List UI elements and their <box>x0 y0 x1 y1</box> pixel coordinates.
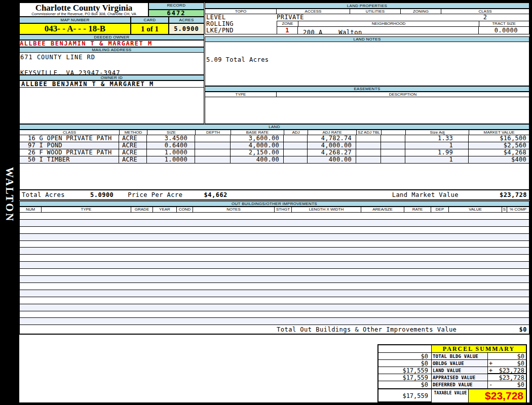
col-size: SIZE <box>147 130 196 135</box>
col-rate: RATE <box>404 207 431 212</box>
access-class-row: PRIVATE 2 <box>277 14 529 21</box>
col-utilities: UTILITIES <box>350 9 401 14</box>
col-base-rate: BASE RATE <box>231 130 284 135</box>
col-length-width: LENGTH X WIDTH <box>292 207 361 212</box>
address-line1: 671 COUNTY LINE RD <box>20 54 204 61</box>
neighborhood-sidebar-label: WALTON <box>3 167 16 222</box>
taxable-label: TAXABLE VALUE <box>432 389 469 402</box>
op <box>488 353 495 359</box>
county-header: Charlotte County Virginia Commissioner o… <box>19 3 148 17</box>
cell-base-rate: 400.00 <box>231 156 284 163</box>
value-cell: $23,728 <box>488 374 526 381</box>
cell-market-value: $4,268 <box>469 149 528 156</box>
neighborhood-name: Walton <box>338 29 362 36</box>
cell-method: ACRE <box>119 149 147 156</box>
card-value: 1 of 1 <box>131 23 169 34</box>
total-acres-label: Total Acres <box>22 191 65 198</box>
cell-market-value: $2,560 <box>469 142 528 149</box>
col-area-size: AREA/SZE <box>361 207 404 212</box>
parcel-summary-title-left <box>378 345 432 353</box>
out-buildings-header-row: NUM TYPE GRADE YEAR COND NOTES STHGT LEN… <box>19 207 529 213</box>
price-per-acre-label: Price Per Acre <box>128 191 182 198</box>
land-note-text: 5.09 Total Acres <box>205 42 529 63</box>
class-value: 2 <box>441 14 529 21</box>
county-subtitle: Commissioner of the Revenue, PO Box 308,… <box>20 12 148 16</box>
land-market-value-label: Land Market Value <box>392 191 459 198</box>
col-topo: TOPO <box>205 9 277 14</box>
op: + <box>488 360 495 367</box>
cell-blank <box>381 135 405 142</box>
op: - <box>488 381 495 388</box>
record-value: 6472 <box>148 10 204 17</box>
land-totals-row: Total Acres 5.0900 Price Per Acre $4,662… <box>19 189 529 200</box>
neighborhood-code: 200 A <box>303 29 323 36</box>
col-cond: COND <box>177 207 193 212</box>
current-value: $23,728 <box>495 367 526 373</box>
cell-class: 50 I TIMBER <box>20 156 119 163</box>
land-market-value: $23,728 <box>459 191 529 198</box>
map-number-value: 043- - A- - - 18-B <box>19 23 131 34</box>
row-label: LAND VALUE <box>432 367 488 374</box>
prior-value: $0 <box>378 360 432 367</box>
summary-row-obldg: $0 OBLDG VALUE + $0 <box>378 360 526 367</box>
cell-base-rate: 2,150.00 <box>231 149 284 156</box>
land-row-1: 16 G OPEN PRIVATE PATH ACRE 3.4500 3,600… <box>19 135 529 142</box>
value-cell: + $0 <box>488 360 526 367</box>
out-buildings-total-value: $0 <box>519 326 529 333</box>
cell-class: 26 F WOOD PRIVATE PATH <box>20 149 119 156</box>
cell-blank <box>381 156 405 163</box>
land-row-4: 50 I TIMBER ACRE 1.0000 400.00 400.00 1 … <box>19 156 529 164</box>
col-method: METHOD <box>120 130 147 135</box>
easements-header-row: TYPE DESCRIPTION <box>205 92 529 97</box>
owner-id-value: ALLBEE BENJAMIN T & MARGARET M <box>19 80 204 88</box>
cell-size: 3.4500 <box>147 135 195 142</box>
value-cell: + $23,728 <box>488 367 526 374</box>
col-pct-comp: % COMP <box>507 207 529 212</box>
current-value: $0 <box>495 360 526 367</box>
cell-class: 97 I POND <box>20 142 119 149</box>
cell-depth <box>195 149 231 156</box>
row-label: APPRAISED VALUE <box>432 374 488 381</box>
cell-depth <box>195 142 231 149</box>
summary-row-land: $17,559 LAND VALUE + $23,728 <box>378 367 526 374</box>
col-sthgt: STHGT <box>275 207 292 212</box>
op <box>488 374 495 381</box>
cell-sz-adj-tbl <box>356 142 381 149</box>
deeded-owner-label: DEEDED OWNER <box>19 34 204 40</box>
col-value: VALUE <box>449 207 502 212</box>
land-properties-right: PRIVATE 2 ZONE NEIGHBORHOOD TRACT SIZE 1… <box>277 14 529 34</box>
col-size-adj: Size Adj <box>406 130 469 135</box>
current-value: $0 <box>495 381 526 388</box>
cell-size: 1.0000 <box>147 149 195 156</box>
col-easement-description: DESCRIPTION <box>277 92 529 97</box>
cell-adj <box>284 135 308 142</box>
land-notes-box: 5.09 Total Acres <box>205 42 529 86</box>
neighborhood-value: 200 A Walton <box>298 27 479 34</box>
owner-empty-box <box>19 88 204 124</box>
cell-blank <box>381 149 405 156</box>
col-easement-type: TYPE <box>205 92 277 97</box>
tract-size-label: TRACT SIZE <box>479 21 528 26</box>
row-label: DEFERRED VALUE <box>432 381 488 388</box>
summary-row-appraised: $17,559 APPRAISED VALUE $23,728 <box>378 374 526 381</box>
current-value: $0 <box>495 353 526 359</box>
map-number-label: MAP NUMBER <box>19 17 131 23</box>
col-s: S <box>502 207 507 212</box>
tract-size-value: 0.0000 <box>479 27 528 34</box>
total-acres-value: 5.0900 <box>90 191 113 198</box>
col-class: CLASS <box>441 9 529 14</box>
property-record-card: WALTON Charlotte County Virginia Commiss… <box>0 0 532 405</box>
cell-adj-rate: 4,000.00 <box>308 142 356 149</box>
col-zoning: ZONING <box>401 9 441 14</box>
parcel-summary-title-row: PARCEL SUMMARY <box>378 345 526 353</box>
cell-adj-rate: 400.00 <box>308 156 356 163</box>
cell-adj <box>284 149 308 156</box>
land-properties-title: LAND PROPERTIES <box>205 3 529 9</box>
cell-blank <box>381 142 405 149</box>
land-properties-header-row: TOPO ACCESS UTILITIES ZONING CLASS <box>205 9 529 14</box>
acres-value: 5.0900 <box>169 23 204 34</box>
access-value: PRIVATE <box>277 14 441 21</box>
easements-title: EASEMENTS <box>205 86 529 92</box>
parcel-summary: PARCEL SUMMARY $0 TOTAL BLDG VALUE $0 $0… <box>377 344 527 402</box>
col-adj: ADJ <box>284 130 308 135</box>
